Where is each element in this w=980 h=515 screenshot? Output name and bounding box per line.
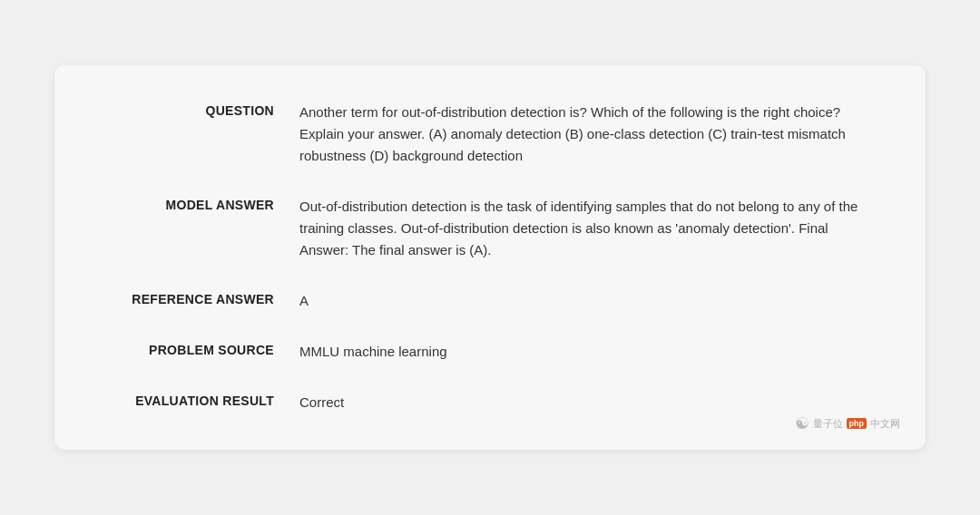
question-label: QUESTION xyxy=(100,102,299,118)
evaluation-result-value: Correct xyxy=(299,392,880,413)
watermark-badge: php xyxy=(847,418,867,429)
reference-answer-value: A xyxy=(299,290,880,312)
watermark: ☯ 量子位 php 中文网 xyxy=(795,413,901,433)
reference-answer-label: REFERENCE ANSWER xyxy=(100,290,299,306)
problem-source-row: PROBLEM SOURCE MMLU machine learning xyxy=(100,341,880,363)
model-answer-value: Out-of-distribution detection is the tas… xyxy=(299,196,880,261)
content-card: QUESTION Another term for out-of-distrib… xyxy=(54,65,926,450)
evaluation-result-row: EVALUATION RESULT Correct xyxy=(100,392,880,413)
problem-source-label: PROBLEM SOURCE xyxy=(100,341,299,357)
model-answer-row: MODEL ANSWER Out-of-distribution detecti… xyxy=(100,196,880,261)
watermark-suffix: 中文网 xyxy=(870,417,900,431)
watermark-icon: ☯ xyxy=(795,413,809,433)
problem-source-value: MMLU machine learning xyxy=(299,341,880,363)
watermark-text: 量子位 xyxy=(813,417,843,431)
question-value: Another term for out-of-distribution det… xyxy=(299,102,880,167)
question-row: QUESTION Another term for out-of-distrib… xyxy=(100,102,880,167)
model-answer-label: MODEL ANSWER xyxy=(100,196,299,212)
reference-answer-row: REFERENCE ANSWER A xyxy=(100,290,880,312)
evaluation-result-label: EVALUATION RESULT xyxy=(100,392,299,408)
